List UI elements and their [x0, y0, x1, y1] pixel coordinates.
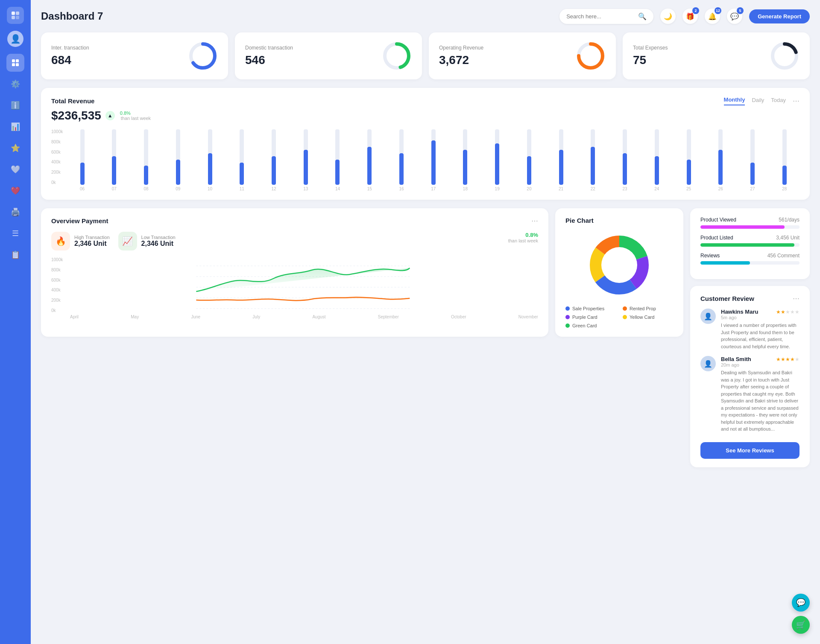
payment-trend-label: than last week — [508, 238, 538, 243]
search-box[interactable]: 🔍 — [559, 9, 653, 24]
review-item-0: 👤 Hawkins Maru ★★★★★ 5m ago I viewed a n… — [700, 309, 800, 350]
low-transaction-info: Low Transaction 2,346 Unit — [141, 235, 176, 248]
sidebar-item-heart[interactable]: 🤍 — [6, 160, 24, 178]
chat-icon-btn[interactable]: 💬 5 — [727, 9, 742, 24]
bar-bg — [112, 129, 116, 156]
tab-today[interactable]: Today — [771, 97, 786, 105]
gift-icon-btn[interactable]: 🎁 2 — [682, 9, 698, 24]
stat-info-1: Domestic transaction 546 — [245, 45, 293, 67]
bar-fg — [527, 156, 531, 185]
bar-group — [514, 129, 545, 185]
theme-toggle-btn[interactable]: 🌙 — [660, 9, 676, 24]
sidebar-item-star[interactable]: ⭐ — [6, 139, 24, 157]
bell-badge: 12 — [715, 7, 721, 14]
bar-wrapper — [112, 129, 116, 185]
stat-card-3: Total Expenses 75 — [623, 32, 810, 79]
stat-label-2: Operating Revenue — [439, 45, 483, 51]
bar-bg — [176, 129, 180, 160]
stat-value-0: 684 — [51, 53, 89, 67]
bar-group — [163, 129, 193, 185]
bar-bg — [240, 129, 244, 163]
stat-label-0: Inter. transaction — [51, 45, 89, 51]
bar-bg — [144, 129, 148, 166]
tab-daily[interactable]: Daily — [752, 97, 764, 105]
low-transaction-icon: 📈 — [118, 232, 137, 251]
metric-header-2: Reviews 456 Comment — [700, 253, 800, 259]
generate-report-button[interactable]: Generate Report — [749, 9, 810, 23]
revenue-tabs: MonthlyDailyToday⋯ — [724, 96, 800, 105]
sidebar-item-info[interactable]: ℹ️ — [6, 96, 24, 114]
high-transaction-stat: 🔥 High Transaction 2,346 Unit — [51, 232, 110, 251]
sidebar-item-list[interactable]: ☰ — [6, 224, 24, 242]
bar-fg — [623, 153, 627, 185]
line-chart-svg — [68, 257, 538, 313]
bar-fg — [272, 156, 276, 185]
bar-group — [769, 129, 800, 185]
tab-monthly[interactable]: Monthly — [724, 96, 745, 105]
reviewer-avatar-0: 👤 — [700, 309, 716, 324]
reviews-header: Customer Review ⋯ — [700, 294, 800, 303]
trend-pct: 0.8% — [120, 111, 151, 116]
legend-item-4: Green Card — [565, 323, 616, 328]
bar-wrapper — [655, 129, 659, 185]
bar-fg — [80, 163, 85, 185]
right-panel: Product Viewed 561/days Product Listed 3… — [690, 208, 810, 467]
low-transaction-label: Low Transaction — [141, 235, 176, 240]
line-y-axis: 1000k 800k 600k 400k 200k 0k — [51, 257, 64, 313]
stat-value-3: 75 — [633, 53, 668, 67]
svg-rect-5 — [16, 59, 19, 62]
bar-bg — [655, 129, 659, 156]
stat-value-1: 546 — [245, 53, 293, 67]
metric-row-2: Reviews 456 Comment — [700, 253, 800, 265]
y-axis: 1000k800k600k400k200k0k — [51, 129, 65, 185]
bell-icon-btn[interactable]: 🔔 12 — [705, 9, 720, 24]
bar-group — [290, 129, 321, 185]
pie-chart-svg — [585, 231, 653, 299]
svg-point-27 — [601, 247, 637, 283]
stat-card-1: Domestic transaction 546 — [235, 32, 422, 79]
sidebar-item-heart2[interactable]: ❤️ — [6, 182, 24, 200]
chat-fab[interactable]: 💬 — [792, 594, 810, 612]
sidebar-item-dashboard[interactable] — [6, 54, 24, 72]
bar-group — [610, 129, 640, 185]
bar-wrapper — [687, 129, 691, 185]
payment-more-btn[interactable]: ⋯ — [531, 217, 538, 225]
revenue-more-btn[interactable]: ⋯ — [793, 97, 800, 105]
bar-fg — [495, 143, 499, 185]
bar-fg — [750, 163, 755, 185]
bar-wrapper — [176, 129, 180, 185]
header-actions: 🔍 🌙 🎁 2 🔔 12 💬 5 Generate Report — [559, 9, 810, 24]
reviews-list: 👤 Hawkins Maru ★★★★★ 5m ago I viewed a n… — [700, 309, 800, 433]
line-chart-wrapper: 1000k 800k 600k 400k 200k 0k — [51, 257, 538, 313]
bar-fg — [431, 140, 436, 185]
sidebar-logo[interactable] — [7, 7, 24, 24]
bar-group — [578, 129, 608, 185]
sidebar-item-doc[interactable]: 📋 — [6, 246, 24, 264]
bar-wrapper — [431, 129, 436, 185]
metric-fill-0 — [700, 225, 785, 229]
search-input[interactable] — [566, 13, 635, 20]
bar-group — [99, 129, 129, 185]
bar-group — [354, 129, 385, 185]
stat-label-1: Domestic transaction — [245, 45, 293, 51]
bar-bg — [335, 129, 340, 160]
reviewer-avatar-1: 👤 — [700, 356, 716, 371]
reviewer-name-1: Bella Smith — [721, 356, 751, 362]
sidebar-item-print[interactable]: 🖨️ — [6, 203, 24, 221]
cart-fab[interactable]: 🛒 — [792, 616, 810, 634]
chat-badge: 5 — [737, 7, 744, 14]
metric-header-0: Product Viewed 561/days — [700, 217, 800, 223]
see-more-reviews-button[interactable]: See More Reviews — [700, 442, 800, 459]
reviews-title: Customer Review — [700, 295, 754, 302]
avatar[interactable]: 👤 — [7, 31, 23, 47]
bar-wrapper — [272, 129, 276, 185]
reviewer-stars-1: ★★★★★ — [776, 356, 800, 362]
metric-label-2: Reviews — [700, 253, 720, 259]
bar-wrapper — [750, 129, 755, 185]
sidebar-item-analytics[interactable]: 📊 — [6, 118, 24, 136]
bar-wrapper — [718, 129, 723, 185]
reviews-more-btn[interactable]: ⋯ — [793, 294, 800, 303]
bar-wrapper — [782, 129, 787, 185]
bar-bg — [495, 129, 499, 143]
sidebar-item-settings[interactable]: ⚙️ — [6, 75, 24, 93]
